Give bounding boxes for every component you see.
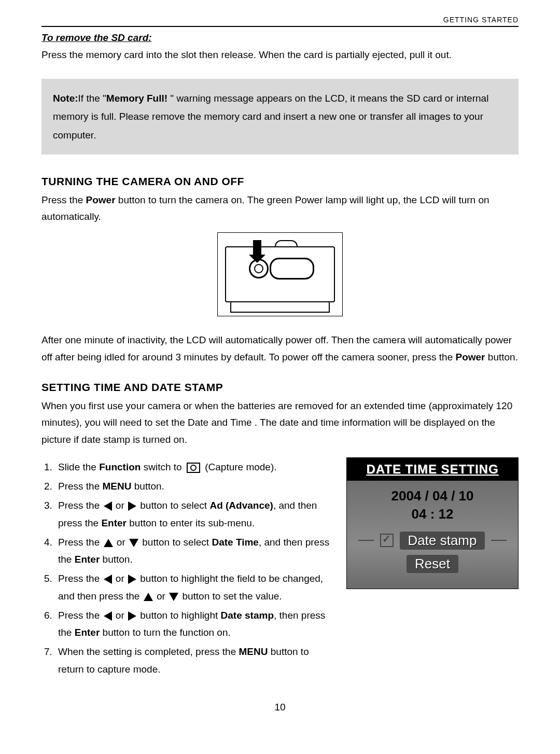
lcd-datestamp-row: Date stamp <box>347 532 518 550</box>
sd-remove-subtitle: To remove the SD card: <box>41 32 519 44</box>
triangle-right-icon <box>128 575 136 584</box>
section-header: GETTING STARTED <box>41 16 519 24</box>
lcd-screenshot: DATE TIME SETTING 2004 / 04 / 10 04 : 12… <box>346 457 519 589</box>
line-icon <box>491 540 507 541</box>
datetime-intro: When you first use your camera or when t… <box>41 398 519 448</box>
s3d: button to enter its sub-menu. <box>127 518 255 528</box>
triangle-down-icon <box>129 539 138 547</box>
s3bold: Ad (Advance) <box>209 500 273 511</box>
arrow-down-icon <box>253 240 261 256</box>
s4b: button to select <box>139 537 212 548</box>
s1b: switch to <box>141 462 184 472</box>
note-prefix: Note: <box>53 93 78 104</box>
page-number: 10 <box>41 702 519 713</box>
camera-illustration <box>217 232 343 316</box>
s6bold2: Enter <box>75 627 100 638</box>
s4bold: Date Time <box>212 537 258 548</box>
s2bold: MENU <box>103 481 132 492</box>
sd-remove-text: Press the memory card into the slot then… <box>41 47 519 63</box>
triangle-right-icon <box>128 611 136 621</box>
s6mid: or <box>113 610 127 621</box>
s3b: button to select <box>137 500 209 511</box>
lcd-title: DATE TIME SETTING <box>347 458 518 481</box>
lcd-reset-button: Reset <box>407 555 458 573</box>
s5mid2: or <box>154 591 168 602</box>
steps-list: Slide the Function switch to (Capture mo… <box>41 458 336 678</box>
s5mid: or <box>113 573 127 584</box>
lcd-datestamp-button: Date stamp <box>400 532 485 550</box>
step-5: Press the or button to highlight the fie… <box>55 570 336 605</box>
header-rule <box>41 26 519 27</box>
lcd-reset-row: Reset <box>347 555 518 573</box>
lcd-time: 04 : 12 <box>347 506 518 522</box>
step-4: Press the or button to select Date Time,… <box>55 534 336 568</box>
note-bold: Memory Full! <box>106 93 171 104</box>
power-p1bold: Power <box>86 194 116 205</box>
power-p1a: Press the <box>41 194 86 205</box>
s3a: Press the <box>58 500 103 511</box>
s4mid: or <box>114 537 128 548</box>
triangle-up-icon <box>144 593 153 601</box>
triangle-down-icon <box>169 593 178 601</box>
capture-mode-icon <box>187 463 200 473</box>
line-icon <box>358 540 374 541</box>
s6b: button to highlight <box>137 610 221 621</box>
power-para-1: Press the Power button to turn the camer… <box>41 192 519 226</box>
s1bold: Function <box>99 462 141 472</box>
s2a: Press the <box>58 481 103 492</box>
step-1: Slide the Function switch to (Capture mo… <box>55 458 336 476</box>
power-para-2: After one minute of inactivity, the LCD … <box>41 332 519 366</box>
triangle-left-icon <box>104 575 112 584</box>
s2b: button. <box>132 481 164 492</box>
step-2: Press the MENU button. <box>55 478 336 495</box>
s7bold: MENU <box>239 646 268 657</box>
s3mid: or <box>113 500 127 511</box>
power-p2b: button. <box>485 352 518 362</box>
step-3: Press the or button to select Ad (Advanc… <box>55 497 336 532</box>
triangle-right-icon <box>128 501 136 511</box>
step-7: When the setting is completed, press the… <box>55 643 336 678</box>
note-box: Note:If the "Memory Full! " warning mess… <box>41 79 519 154</box>
lcd-date: 2004 / 04 / 10 <box>347 488 518 504</box>
power-p2a: After one minute of inactivity, the LCD … <box>41 334 512 362</box>
s7a: When the setting is completed, press the <box>58 646 239 657</box>
s6d: button to turn the function on. <box>100 627 230 638</box>
s6a: Press the <box>58 610 103 621</box>
triangle-up-icon <box>104 539 113 547</box>
step-6: Press the or button to highlight Date st… <box>55 607 336 641</box>
checkbox-icon <box>380 534 394 547</box>
s1c: (Capture mode). <box>202 462 277 472</box>
triangle-left-icon <box>104 611 112 621</box>
power-heading: TURNING THE CAMERA ON AND OFF <box>41 175 519 188</box>
s6bold: Date stamp <box>221 610 274 621</box>
datetime-heading: SETTING TIME AND DATE STAMP <box>41 381 519 394</box>
s5a: Press the <box>58 573 103 584</box>
s4bold2: Enter <box>75 554 100 565</box>
s1a: Slide the <box>58 462 99 472</box>
power-p2bold: Power <box>456 352 485 362</box>
triangle-left-icon <box>104 501 112 511</box>
s3bold2: Enter <box>101 518 127 528</box>
s4d: button. <box>100 554 132 565</box>
s4a: Press the <box>58 537 103 548</box>
s5c: button to set the value. <box>179 591 282 602</box>
note-body-start: If the " <box>78 93 106 104</box>
